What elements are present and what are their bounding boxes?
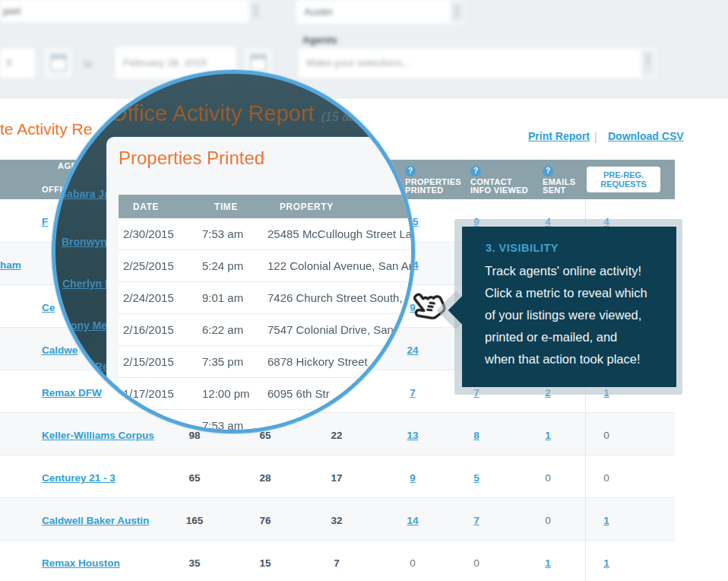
magnified-title-suffix: (15 active agents) <box>321 110 415 123</box>
time-cell: 9:01 am <box>202 291 243 304</box>
date-cell: 1/17/2015 <box>123 387 174 400</box>
calendar-icon <box>250 54 267 71</box>
emails-sent-value: 0 <box>531 472 565 484</box>
chevron-up-down-icon[interactable]: ▲▼ <box>451 2 464 22</box>
office-link[interactable]: Keller-Williams Corpus <box>42 430 154 441</box>
modal-column-time: TIME <box>214 202 238 212</box>
metric-value: 7 <box>320 557 353 569</box>
prereg-requests-value: 0 <box>590 472 623 484</box>
link-divider: | <box>594 131 597 143</box>
help-icon[interactable]: ? <box>405 166 416 176</box>
time-cell: 12:00 pm <box>202 387 250 400</box>
date-cell: 2/30/2015 <box>123 227 174 240</box>
modal-row: 2/24/2015 9:01 am 7426 Church Street Sou… <box>119 282 411 314</box>
time-cell: 7:53 am <box>202 227 243 240</box>
prereg-requests-link[interactable]: 1 <box>590 557 623 569</box>
date-cell: 2/15/2015 <box>123 355 174 368</box>
column-header-contact-info-viewed: CONTACT INFO VIEWED <box>470 178 528 195</box>
modal-title: Properties Printed <box>119 148 264 169</box>
metric-value: 65 <box>178 472 211 484</box>
contact-info-viewed-link[interactable]: 8 <box>460 430 493 441</box>
property-cell: 6878 Hickory Street <box>267 355 368 368</box>
office-link[interactable]: Ce <box>42 302 55 313</box>
office-link[interactable]: Remax Houston <box>42 557 120 569</box>
office-link[interactable]: F <box>42 216 48 227</box>
properties-printed-link[interactable]: 7 <box>396 387 429 398</box>
magnified-report-title: Office Activity Report(15 active agents) <box>110 101 415 126</box>
contact-info-viewed-value: 0 <box>460 557 493 569</box>
modal-row: 2/16/2015 6:22 am 7547 Colonial Drive, S… <box>119 314 411 346</box>
chevron-up-down-icon[interactable]: ▲▼ <box>249 1 262 21</box>
prereg-requests-value: 0 <box>590 430 623 441</box>
report-type-select[interactable]: port ▲▼ <box>0 0 263 22</box>
agents-label: Agents <box>302 34 337 46</box>
modal-row: 2/15/2015 7:35 pm 6878 Hickory Street <box>119 346 411 378</box>
agents-multiselect[interactable]: Make your selections... ▲▼ <box>299 49 656 78</box>
tooltip-heading: 3. VISIBILITY <box>486 242 559 254</box>
property-cell: 25485 McCullough Street Lane <box>267 227 415 240</box>
contact-info-viewed-link[interactable]: 5 <box>460 472 493 484</box>
office-link[interactable]: Caldwe <box>42 344 78 356</box>
prereg-requests-link[interactable]: 1 <box>590 515 623 526</box>
emails-sent-link[interactable]: 1 <box>531 430 565 441</box>
metric-value: 15 <box>248 557 282 569</box>
property-cell: 7547 Colonial Drive, San <box>267 323 394 336</box>
table-row: Centurey 21 - 3 65 28 17 9 5 0 0 <box>0 455 675 497</box>
time-cell: 6:22 am <box>202 323 243 336</box>
modal-column-date: DATE <box>133 202 159 212</box>
table-row: Remax Houston 35 15 7 0 0 1 1 <box>0 540 675 581</box>
date-to-value: February 28, 2015 <box>123 57 207 68</box>
property-cell: 6095 6th Str <box>267 387 330 400</box>
page-title: te Activity Re <box>0 120 92 138</box>
filter-bar: port ▲▼ Austin ▲▼ Agents Make your selec… <box>0 0 728 99</box>
table-row: Keller-Williams Corpus 98 65 22 13 8 1 0 <box>0 412 675 455</box>
date-from-input[interactable]: 5 <box>0 49 35 78</box>
date-cell: 2/25/2015 <box>123 259 174 272</box>
office-link[interactable]: Centurey 21 - 3 <box>42 472 116 484</box>
metric-value: 76 <box>248 515 282 526</box>
date-range-to-label: to <box>84 58 92 69</box>
report-type-value: port <box>3 5 21 17</box>
agents-placeholder: Make your selections... <box>306 57 411 68</box>
properties-printed-link[interactable]: 14 <box>396 515 429 526</box>
properties-printed-link[interactable]: 9 <box>396 472 429 484</box>
properties-printed-link[interactable]: 24 <box>396 344 429 356</box>
modal-table-header: DATE TIME PROPERTY <box>119 195 411 218</box>
column-header-emails-sent: EMAILS SENT <box>543 178 575 195</box>
date-cell: 2/24/2015 <box>123 291 174 304</box>
metric-value: 35 <box>178 557 211 569</box>
time-cell: 5:24 pm <box>202 259 243 272</box>
metric-value: 28 <box>248 472 282 484</box>
office-link[interactable]: Remax DFW <box>42 387 102 398</box>
download-csv-link[interactable]: Download CSV <box>608 130 684 142</box>
agent-link[interactable]: Bronwyn <box>62 236 107 248</box>
magnifier-circle: Office Activity Report(15 active agents)… <box>52 70 415 433</box>
contact-info-viewed-link[interactable]: 7 <box>460 515 493 526</box>
office-link[interactable]: ham <box>0 259 21 271</box>
column-header-properties-printed: PROPERTIES PRINTED <box>405 178 461 195</box>
tooltip-body: Track agents' online activity! Click a m… <box>485 260 676 370</box>
office-link[interactable]: Caldwell Baker Austin <box>42 515 149 526</box>
calendar-button[interactable] <box>43 47 73 78</box>
agent-link[interactable]: Babara Ja <box>59 188 110 200</box>
column-header-prereg-requests[interactable]: PRE-REG. REQUESTS <box>587 167 660 192</box>
chevron-up-down-icon[interactable]: ▲▼ <box>641 50 654 76</box>
metric-value: 17 <box>320 472 353 484</box>
emails-sent-link[interactable]: 1 <box>531 557 565 569</box>
magnified-title-text: Office Activity Report <box>110 101 315 125</box>
help-icon[interactable]: ? <box>543 166 553 176</box>
location-select[interactable]: Austin ▲▼ <box>296 0 464 24</box>
time-cell: 7:53 am <box>202 419 243 432</box>
agent-link[interactable]: Cherlyn P <box>62 278 112 290</box>
property-cell: 122 Colonial Avenue, San Antonio <box>267 259 415 272</box>
property-cell: 7426 Church Street South, <box>267 291 403 304</box>
properties-printed-link[interactable]: 13 <box>396 430 429 441</box>
metric-value: 32 <box>320 515 353 526</box>
help-icon[interactable]: ? <box>470 166 481 176</box>
print-report-link[interactable]: Print Report <box>528 130 590 142</box>
modal-row: 2/25/2015 5:24 pm 122 Colonial Avenue, S… <box>119 250 411 282</box>
table-row: Caldwell Baker Austin 165 76 32 14 7 0 1 <box>0 497 675 540</box>
modal-row: 2/30/2015 7:53 am 25485 McCullough Stree… <box>119 218 411 250</box>
time-cell: 7:35 pm <box>202 355 243 368</box>
emails-sent-value: 0 <box>531 515 565 526</box>
